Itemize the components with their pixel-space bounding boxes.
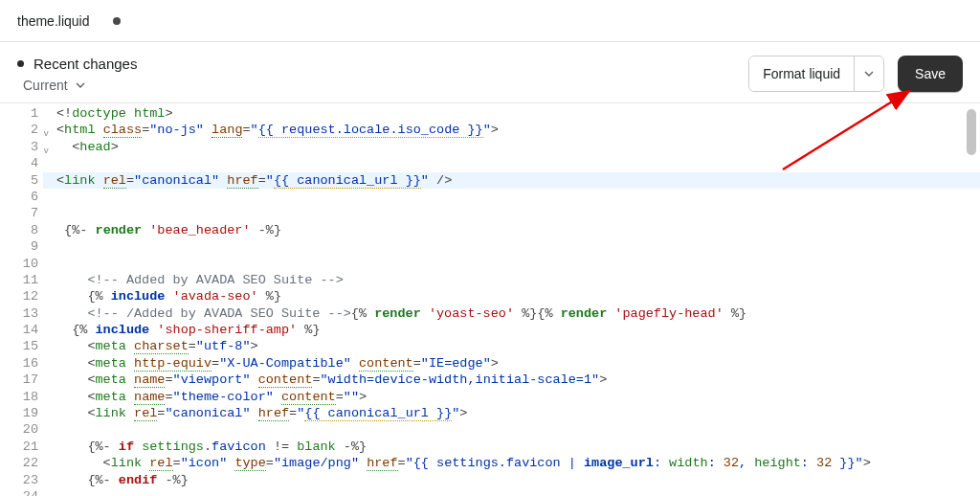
code-line[interactable]: {%- if settings.favicon != blank -%} <box>56 439 980 455</box>
line-number: 8 <box>0 222 41 238</box>
version-dropdown[interactable]: Current <box>23 78 137 93</box>
line-number: 11 <box>0 272 41 288</box>
code-line[interactable] <box>56 256 980 272</box>
code-line[interactable]: <link rel="canonical" href="{{ canonical… <box>43 172 980 189</box>
code-line[interactable]: <meta http-equiv="X-UA-Compatible" conte… <box>56 355 980 372</box>
line-number: 21 <box>0 439 41 455</box>
line-number-gutter: 12v3v45678910111213141516171819202122232… <box>0 103 43 496</box>
recent-changes-label: Recent changes <box>33 56 137 72</box>
line-number: 5 <box>0 172 41 189</box>
code-line[interactable]: <link rel="icon" type="image/png" href="… <box>56 455 980 471</box>
format-dropdown-button[interactable] <box>854 56 883 91</box>
toolbar-right: Format liquid Save <box>748 56 963 92</box>
line-number: 9 <box>0 238 41 255</box>
code-editor[interactable]: 12v3v45678910111213141516171819202122232… <box>0 103 980 496</box>
code-line[interactable]: <!-- Added by AVADA SEO Suite --> <box>56 272 980 288</box>
line-number: 1 <box>0 105 41 122</box>
line-number: 10 <box>0 256 41 272</box>
line-number: 6 <box>0 189 41 205</box>
line-number: 16 <box>0 355 41 372</box>
code-content[interactable]: <!doctype html><html class="no-js" lang=… <box>43 103 980 496</box>
line-number: 17 <box>0 372 41 388</box>
line-number: 15 <box>0 338 41 354</box>
scrollbar-thumb[interactable] <box>967 109 976 155</box>
tab-filename: theme.liquid <box>17 13 90 29</box>
line-number: 22 <box>0 455 41 471</box>
scrollbar[interactable] <box>967 109 976 492</box>
line-number: 19 <box>0 405 41 421</box>
code-line[interactable] <box>56 421 980 438</box>
line-number: 23 <box>0 472 41 488</box>
line-number: 12 <box>0 288 41 304</box>
format-split-button: Format liquid <box>748 56 884 92</box>
line-number: 3v <box>0 139 41 155</box>
code-line[interactable] <box>56 189 980 205</box>
toolbar-left: Recent changes Current <box>17 56 137 93</box>
code-line[interactable] <box>56 238 980 255</box>
tab-bar: theme.liquid <box>0 0 980 42</box>
code-line[interactable]: <html class="no-js" lang="{{ request.loc… <box>56 122 980 138</box>
format-liquid-button[interactable]: Format liquid <box>749 56 854 91</box>
unsaved-dot-icon <box>113 17 121 25</box>
save-button[interactable]: Save <box>898 56 963 92</box>
current-version-label: Current <box>23 78 68 93</box>
code-line[interactable]: {%- render 'beae_header' -%} <box>56 222 980 238</box>
code-line[interactable]: {% include 'shop-sheriff-amp' %} <box>56 322 980 338</box>
code-line[interactable] <box>56 205 980 221</box>
code-line[interactable]: <head> <box>56 139 980 155</box>
line-number: 2v <box>0 122 41 138</box>
chevron-down-icon <box>864 71 874 77</box>
line-number: 7 <box>0 205 41 221</box>
code-line[interactable] <box>56 155 980 171</box>
code-line[interactable]: <link rel="canonical" href="{{ canonical… <box>56 405 980 421</box>
toolbar: Recent changes Current Format liquid Sav… <box>0 42 980 103</box>
line-number: 14 <box>0 322 41 338</box>
line-number: 20 <box>0 421 41 438</box>
code-line[interactable]: {%- endif -%} <box>56 472 980 488</box>
line-number: 24 <box>0 488 41 496</box>
code-line[interactable]: <!doctype html> <box>56 105 980 122</box>
fold-chevron-icon[interactable]: v <box>44 144 49 160</box>
code-line[interactable]: {% include 'avada-seo' %} <box>56 288 980 304</box>
chevron-down-icon <box>76 82 85 88</box>
code-line[interactable]: <meta name="viewport" content="width=dev… <box>56 372 980 388</box>
code-line[interactable]: <meta name="theme-color" content=""> <box>56 389 980 405</box>
line-number: 4 <box>0 155 41 171</box>
file-tab[interactable]: theme.liquid <box>17 13 121 29</box>
recent-dot-icon <box>17 60 24 67</box>
fold-chevron-icon[interactable]: v <box>44 126 49 143</box>
code-line[interactable]: <!-- /Added by AVADA SEO Suite -->{% ren… <box>56 305 980 322</box>
recent-changes-row: Recent changes <box>17 56 137 72</box>
code-line[interactable]: <meta charset="utf-8"> <box>56 338 980 354</box>
code-line[interactable] <box>56 488 980 496</box>
line-number: 18 <box>0 389 41 405</box>
line-number: 13 <box>0 305 41 322</box>
